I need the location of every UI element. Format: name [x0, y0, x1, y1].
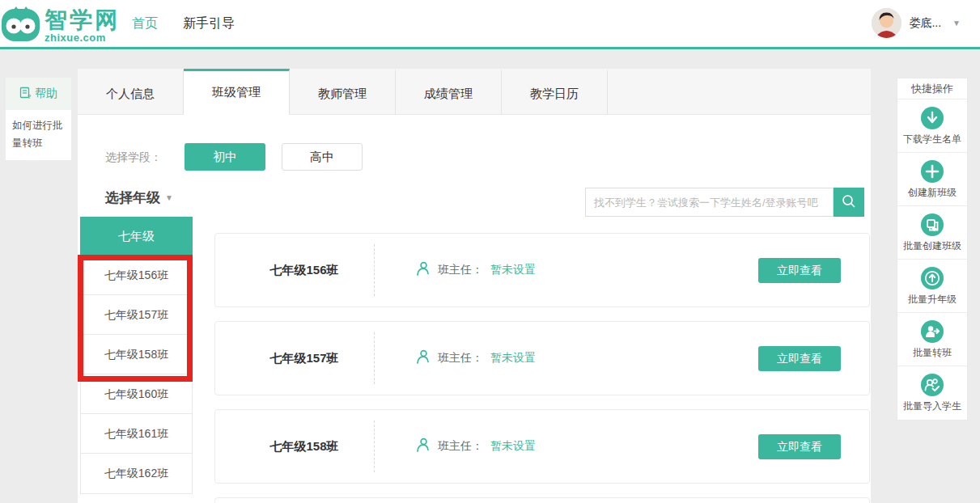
plus-icon: [921, 160, 944, 183]
quick-action-label: 批量创建班级: [897, 239, 967, 253]
import-students-icon: [921, 374, 944, 396]
list-item-class-158[interactable]: 七年级158班: [81, 335, 192, 374]
class-name: 七年级158班: [240, 410, 369, 483]
user-menu[interactable]: 娄底... ▼: [872, 8, 961, 38]
help-panel: ? 帮助 如何进行批量转班: [6, 78, 71, 160]
stage-junior-button[interactable]: 初中: [185, 143, 265, 171]
logo-title: 智学网: [45, 9, 120, 32]
quick-action-label: 批量转班: [897, 346, 967, 360]
top-header: 智学网 zhixue.com 首页 新手引导 娄底... ▼: [0, 0, 980, 49]
page: 智学网 zhixue.com 首页 新手引导 娄底... ▼: [0, 0, 980, 503]
list-item-class-157[interactable]: 七年级157班: [81, 295, 192, 335]
class-card-156: 七年级156班 班主任： 暂未设置 立即查看: [214, 233, 870, 307]
tab-class-management[interactable]: 班级管理: [184, 69, 290, 115]
tab-bar: 个人信息 班级管理 教师管理 成绩管理 教学日历: [78, 69, 871, 115]
student-search-input[interactable]: [585, 188, 834, 217]
quick-action-create-class[interactable]: 创建新班级: [897, 153, 967, 206]
svg-text:?: ?: [28, 94, 31, 99]
list-item-class-156[interactable]: 七年级156班: [81, 256, 192, 295]
person-icon: [415, 437, 431, 456]
person-icon: [415, 349, 431, 368]
grade-select-label: 选择年级: [105, 190, 160, 205]
quick-action-batch-upgrade[interactable]: 批量升年级: [897, 260, 967, 313]
owl-logo-icon: [2, 6, 40, 46]
teacher-label: 班主任：: [438, 351, 483, 366]
tab-teaching-calendar[interactable]: 教学日历: [502, 69, 608, 115]
divider: [374, 244, 375, 296]
download-icon: [921, 107, 944, 129]
avatar[interactable]: [872, 8, 902, 38]
logo-domain: zhixue.com: [45, 32, 120, 43]
zhixue-logo[interactable]: 智学网 zhixue.com: [2, 6, 120, 46]
class-list-header-grade7[interactable]: 七年级: [80, 217, 193, 256]
tab-score-management[interactable]: 成绩管理: [396, 69, 502, 115]
stage-filter-label: 选择学段：: [105, 143, 162, 171]
class-card-158: 七年级158班 班主任： 暂未设置 立即查看: [214, 409, 870, 484]
quick-action-label: 批量升年级: [897, 293, 967, 306]
quick-action-batch-create-classes[interactable]: 批量创建班级: [897, 206, 967, 260]
chevron-down-icon: ▼: [952, 19, 961, 27]
teacher-label: 班主任：: [438, 439, 483, 454]
teacher-not-set-link[interactable]: 暂未设置: [490, 439, 536, 454]
class-name: 七年级157班: [240, 322, 369, 395]
help-header: ? 帮助: [6, 78, 71, 110]
teacher-label: 班主任：: [438, 263, 483, 277]
quick-action-batch-import-students[interactable]: 批量导入学生: [897, 366, 967, 420]
class-card-157: 七年级157班 班主任： 暂未设置 立即查看: [214, 321, 870, 395]
list-item-class-160[interactable]: 七年级160班: [81, 374, 192, 414]
user-name: 娄底...: [909, 16, 941, 31]
help-title: 帮助: [35, 87, 57, 101]
transfer-icon: [921, 320, 944, 343]
nav-home[interactable]: 首页: [132, 15, 158, 32]
quick-action-batch-transfer[interactable]: 批量转班: [897, 313, 967, 366]
quick-action-label: 批量导入学生: [897, 399, 967, 413]
view-now-button[interactable]: 立即查看: [758, 346, 841, 371]
tab-personal-info[interactable]: 个人信息: [78, 69, 184, 115]
class-card-partial: [214, 497, 870, 503]
list-item-class-161[interactable]: 七年级161班: [81, 414, 192, 454]
batch-create-icon: [921, 213, 944, 236]
teacher-not-set-link[interactable]: 暂未设置: [490, 351, 536, 366]
chevron-down-icon: ▼: [165, 193, 173, 202]
teacher-not-set-link[interactable]: 暂未设置: [490, 263, 536, 277]
main-panel: 个人信息 班级管理 教师管理 成绩管理 教学日历 选择学段： 初中 高中 选择年…: [78, 69, 871, 503]
class-list: 七年级 七年级156班 七年级157班 七年级158班 七年级160班 七年级1…: [80, 217, 193, 494]
view-now-button[interactable]: 立即查看: [758, 258, 841, 283]
tab-teacher-management[interactable]: 教师管理: [290, 69, 396, 115]
stage-senior-button[interactable]: 高中: [282, 143, 363, 171]
search-button[interactable]: [834, 188, 864, 217]
class-name: 七年级156班: [240, 234, 369, 306]
quick-action-label: 下载学生名单: [897, 133, 967, 146]
nav-newbie-guide[interactable]: 新手引导: [183, 15, 235, 32]
help-link-batch-transfer[interactable]: 如何进行批量转班: [12, 117, 65, 153]
quick-actions-title: 快捷操作: [897, 78, 967, 99]
grade-select-dropdown[interactable]: 选择年级▼: [105, 188, 173, 207]
upgrade-icon: [921, 267, 944, 290]
view-now-button[interactable]: 立即查看: [758, 434, 841, 459]
quick-action-label: 创建新班级: [897, 186, 967, 200]
search-icon: [841, 193, 857, 212]
help-doc-icon: ?: [19, 87, 32, 101]
divider: [374, 421, 375, 472]
divider: [374, 332, 375, 384]
list-item-class-162[interactable]: 七年级162班: [81, 454, 192, 493]
quick-actions-panel: 快捷操作 下载学生名单 创建新班级: [897, 78, 968, 421]
person-icon: [415, 261, 431, 280]
quick-action-download-roster[interactable]: 下载学生名单: [897, 99, 967, 153]
